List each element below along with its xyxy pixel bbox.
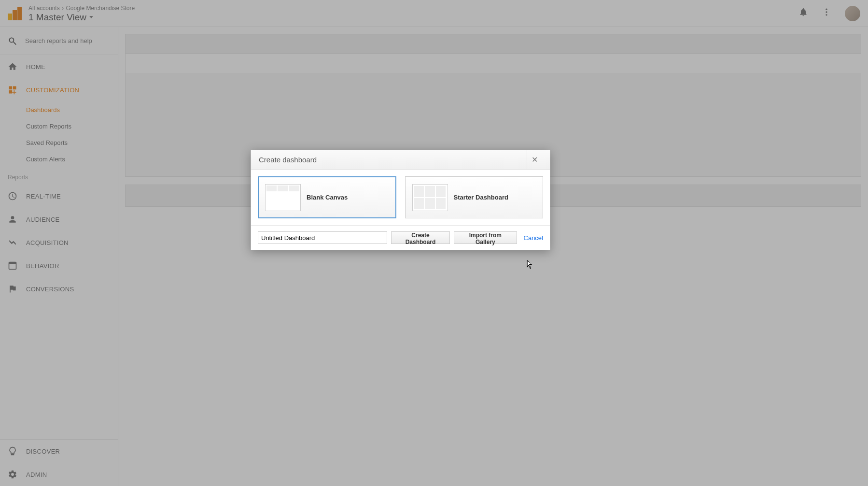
- close-button[interactable]: ✕: [527, 150, 542, 170]
- dialog-title: Create dashboard: [259, 156, 317, 164]
- dashboard-name-input[interactable]: [258, 231, 387, 244]
- create-dashboard-button[interactable]: Create Dashboard: [391, 231, 450, 244]
- blank-canvas-thumb-icon: [265, 184, 301, 211]
- create-dashboard-dialog: Create dashboard ✕ Blank Canvas Starter …: [251, 150, 550, 250]
- dialog-title-bar: Create dashboard ✕: [251, 150, 550, 170]
- cancel-button[interactable]: Cancel: [524, 234, 543, 242]
- close-icon: ✕: [532, 155, 538, 164]
- import-from-gallery-button[interactable]: Import from Gallery: [454, 231, 517, 244]
- starter-dashboard-label: Starter Dashboard: [454, 194, 508, 201]
- blank-canvas-label: Blank Canvas: [307, 194, 348, 201]
- template-blank-canvas[interactable]: Blank Canvas: [258, 176, 396, 218]
- template-starter-dashboard[interactable]: Starter Dashboard: [405, 176, 544, 218]
- starter-dashboard-thumb-icon: [412, 184, 448, 211]
